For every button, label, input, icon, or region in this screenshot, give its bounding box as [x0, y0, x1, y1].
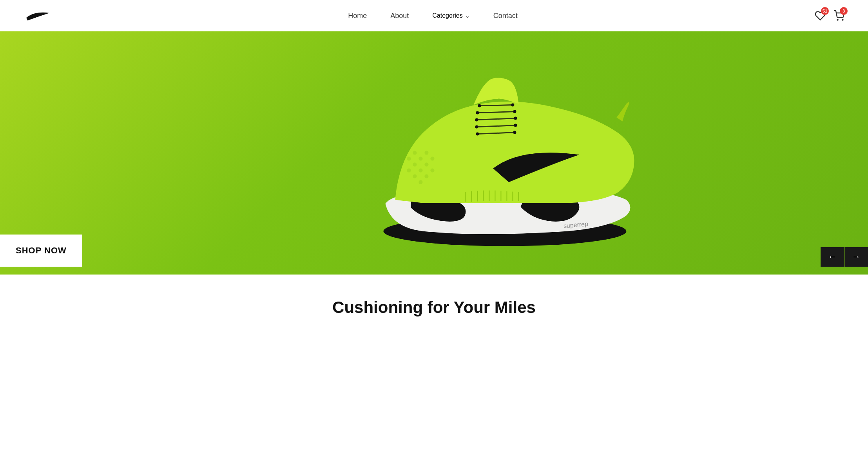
- svg-point-12: [407, 169, 411, 173]
- nav-link-categories[interactable]: Categories ⌄: [432, 12, 469, 19]
- svg-point-40: [513, 131, 516, 134]
- svg-point-7: [413, 151, 417, 155]
- shoe-illustration: superrep: [344, 47, 665, 251]
- svg-point-11: [430, 169, 434, 173]
- svg-point-0: [837, 19, 838, 20]
- chevron-down-icon: ⌄: [465, 13, 470, 19]
- cart-button[interactable]: 3: [834, 10, 844, 21]
- prev-slide-button[interactable]: ←: [821, 247, 844, 267]
- logo[interactable]: [24, 10, 51, 21]
- next-slide-button[interactable]: →: [844, 247, 868, 267]
- wishlist-button[interactable]: 51: [815, 10, 826, 21]
- svg-point-3: [413, 163, 417, 167]
- svg-point-14: [424, 175, 428, 178]
- hero-nav: ← →: [821, 247, 868, 267]
- svg-point-32: [511, 104, 514, 107]
- main-nav: Home About Categories ⌄ Contact: [348, 12, 517, 20]
- navbar: Home About Categories ⌄ Contact 51: [0, 0, 868, 31]
- nav-item-categories[interactable]: Categories ⌄: [432, 12, 469, 19]
- nav-link-contact[interactable]: Contact: [493, 12, 518, 20]
- svg-point-31: [478, 104, 481, 107]
- svg-point-10: [407, 157, 411, 161]
- section-title: Cushioning for Your Miles: [0, 275, 868, 325]
- svg-point-13: [413, 175, 417, 178]
- nav-link-home[interactable]: Home: [348, 12, 367, 20]
- svg-point-34: [513, 110, 516, 113]
- svg-point-39: [476, 133, 479, 136]
- svg-point-1: [842, 19, 843, 20]
- navbar-icons: 51 3: [815, 10, 844, 21]
- svg-point-4: [419, 157, 422, 161]
- nav-item-contact[interactable]: Contact: [493, 12, 518, 20]
- cart-badge: 3: [840, 7, 848, 15]
- nav-item-home[interactable]: Home: [348, 12, 367, 20]
- hero-section: superrep SHOP NOW ← →: [0, 31, 868, 275]
- svg-point-5: [424, 163, 428, 167]
- nav-link-about[interactable]: About: [390, 12, 409, 20]
- svg-point-33: [476, 111, 479, 115]
- svg-point-35: [475, 118, 478, 122]
- svg-point-37: [475, 125, 478, 129]
- svg-point-9: [430, 157, 434, 161]
- svg-point-36: [514, 117, 517, 120]
- nav-item-about[interactable]: About: [390, 12, 409, 20]
- svg-point-6: [419, 169, 422, 173]
- svg-line-26: [479, 105, 513, 106]
- wishlist-badge: 51: [821, 7, 829, 15]
- svg-point-38: [514, 124, 517, 127]
- svg-point-8: [424, 151, 428, 155]
- hero-content: superrep: [0, 31, 868, 275]
- shop-now-button[interactable]: SHOP NOW: [0, 235, 82, 267]
- nike-swoosh-icon: [24, 10, 51, 21]
- svg-point-15: [419, 180, 422, 184]
